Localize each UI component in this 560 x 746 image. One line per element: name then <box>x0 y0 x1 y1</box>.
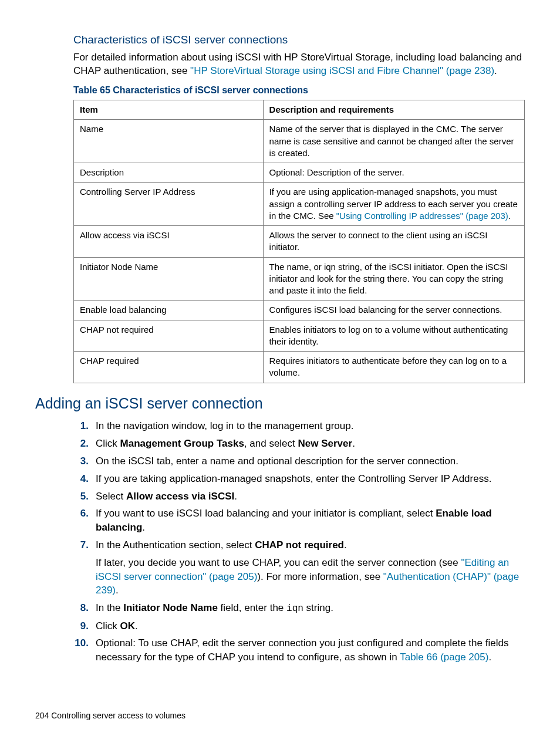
step-text: If you are taking application-managed sn… <box>96 473 491 484</box>
step-text: Select <box>96 491 126 502</box>
table-row: CHAP not required Enables initiators to … <box>74 320 525 352</box>
link-storage-guide[interactable]: "HP StoreVirtual Storage using iSCSI and… <box>190 65 494 76</box>
step-text: . <box>234 491 237 502</box>
table-header-desc: Description and requirements <box>263 100 524 120</box>
step-text: In the navigation window, log in to the … <box>96 420 353 431</box>
step-text: On the iSCSI tab, enter a name and optio… <box>96 455 458 467</box>
step-text: . <box>142 522 145 533</box>
table-row: Controlling Server IP Address If you are… <box>74 183 525 226</box>
step-number: 7. <box>73 538 89 552</box>
table-cell-desc: Optional: Description of the server. <box>263 163 524 183</box>
step-text: Click <box>96 620 120 632</box>
step-text: string. <box>303 602 333 613</box>
step-number: 2. <box>73 437 89 451</box>
table-header-item: Item <box>74 100 264 120</box>
table-cell-item: Name <box>74 120 264 163</box>
footer-title: Controlling server access to volumes <box>51 711 185 720</box>
table-cell-desc: Allows the server to connect to the clie… <box>263 226 524 258</box>
step-number: 3. <box>73 454 89 468</box>
step-text: . <box>344 539 347 551</box>
step-text: . <box>116 585 119 596</box>
list-item: 9. Click OK. <box>73 619 525 633</box>
intro-paragraph: For detailed information about using iSC… <box>73 51 525 78</box>
ui-label: CHAP not required <box>255 539 344 551</box>
link-controlling-ip[interactable]: "Using Controlling IP addresses" (page 2… <box>336 211 508 221</box>
table-row: Description Optional: Description of the… <box>74 163 525 183</box>
step-text: ). For more information, see <box>257 571 383 582</box>
table-row: Enable load balancing Configures iSCSI l… <box>74 301 525 320</box>
list-item: 2. Click Management Group Tasks, and sel… <box>73 437 525 451</box>
list-item: 1. In the navigation window, log in to t… <box>73 419 525 433</box>
table-cell-desc: Enables initiators to log on to a volume… <box>263 320 524 352</box>
heading-characteristics: Characteristics of iSCSI server connecti… <box>73 32 525 48</box>
step-text: Click <box>96 438 120 449</box>
step-number: 9. <box>73 619 89 633</box>
ui-label: OK <box>120 620 136 632</box>
step-text: In the Authentication section, select <box>96 539 255 551</box>
step-number: 6. <box>73 507 89 521</box>
list-item: 6. If you want to use iSCSI load balanci… <box>73 507 525 535</box>
list-item: 4. If you are taking application-managed… <box>73 472 525 486</box>
intro-text-post: . <box>494 65 497 76</box>
table-cell-item: Allow access via iSCSI <box>74 226 264 258</box>
step-text: . <box>488 652 491 663</box>
table-cell-desc: Configures iSCSI load balancing for the … <box>263 301 524 320</box>
table-cell-desc: Name of the server that is displayed in … <box>263 120 524 163</box>
step-text: , and select <box>244 438 298 449</box>
table-row: Allow access via iSCSI Allows the server… <box>74 226 525 258</box>
table-cell-item: Enable load balancing <box>74 301 264 320</box>
list-item: 8. In the Initiator Node Name field, ent… <box>73 601 525 615</box>
code-text: iqn <box>286 603 303 614</box>
table-caption: Table 65 Characteristics of iSCSI server… <box>73 84 525 97</box>
list-item: 7. In the Authentication section, select… <box>73 538 525 598</box>
step-number: 10. <box>73 636 89 650</box>
page-footer: 204 Controlling server access to volumes <box>35 710 185 721</box>
step-text: If you want to use iSCSI load balancing … <box>96 508 436 519</box>
list-item: 3. On the iSCSI tab, enter a name and op… <box>73 454 525 468</box>
step-subtext: If later, you decide you want to use CHA… <box>96 556 525 598</box>
steps-list: 1. In the navigation window, log in to t… <box>73 419 525 664</box>
list-item: 10. Optional: To use CHAP, edit the serv… <box>73 636 525 664</box>
table-row: CHAP required Requires initiators to aut… <box>74 352 525 383</box>
ui-label: New Server <box>298 438 353 449</box>
step-number: 4. <box>73 472 89 486</box>
step-number: 1. <box>73 419 89 433</box>
ui-label: Management Group Tasks <box>120 438 244 449</box>
cell-text-post: . <box>508 211 511 221</box>
step-number: 8. <box>73 601 89 615</box>
table-row: Initiator Node Name The name, or iqn str… <box>74 257 525 301</box>
characteristics-table: Item Description and requirements Name N… <box>73 100 525 383</box>
step-text: . <box>135 620 138 632</box>
step-number: 5. <box>73 490 89 504</box>
table-cell-desc: The name, or iqn string, of the iSCSI in… <box>263 257 524 301</box>
list-item: 5. Select Allow access via iSCSI. <box>73 490 525 504</box>
table-cell-item: Description <box>74 163 264 183</box>
ui-label: Initiator Node Name <box>123 602 218 613</box>
step-text: . <box>352 438 355 449</box>
table-cell-item: Controlling Server IP Address <box>74 183 264 226</box>
table-cell-desc: Requires initiators to authenticate befo… <box>263 352 524 383</box>
table-cell-item: CHAP required <box>74 352 264 383</box>
ui-label: Allow access via iSCSI <box>126 491 234 502</box>
page-number: 204 <box>35 711 49 720</box>
link-table-66[interactable]: Table 66 (page 205) <box>400 652 488 663</box>
step-text: If later, you decide you want to use CHA… <box>96 557 461 568</box>
step-text: field, enter the <box>218 602 286 613</box>
table-row: Name Name of the server that is displaye… <box>74 120 525 163</box>
heading-adding: Adding an iSCSI server connection <box>35 394 525 414</box>
table-cell-item: Initiator Node Name <box>74 257 264 301</box>
table-cell-desc: If you are using application-managed sna… <box>263 183 524 226</box>
table-cell-item: CHAP not required <box>74 320 264 352</box>
step-text: In the <box>96 602 123 613</box>
